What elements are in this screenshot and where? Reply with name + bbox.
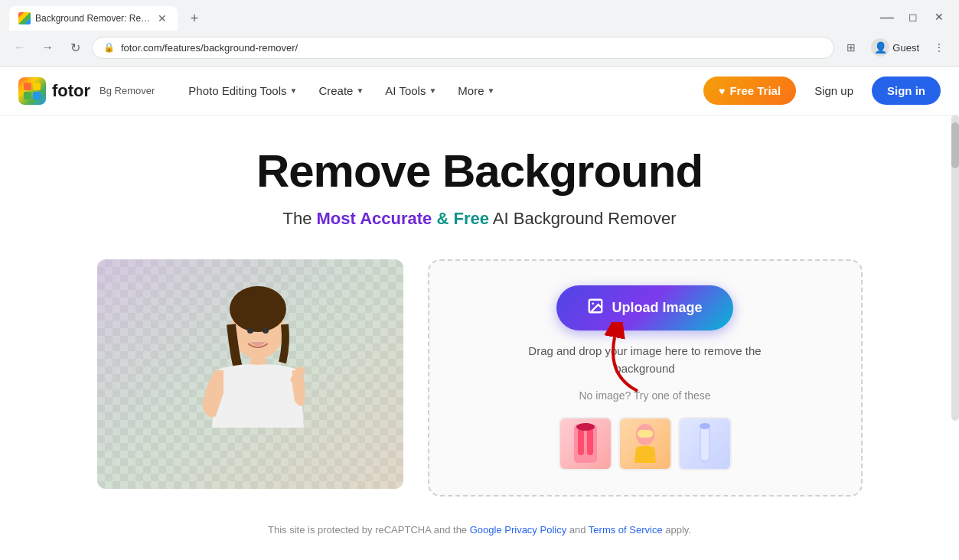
svg-rect-25: [701, 427, 709, 461]
free-trial-button[interactable]: ♥ Free Trial: [703, 77, 796, 105]
address-bar[interactable]: 🔒 fotor.com/features/background-remover/: [92, 37, 834, 59]
terms-of-service-link[interactable]: Terms of Service: [589, 524, 663, 536]
window-minimize-button[interactable]: —: [876, 6, 898, 28]
free-trial-label: Free Trial: [729, 84, 781, 97]
extensions-button[interactable]: ⊞: [840, 37, 862, 58]
svg-point-21: [576, 423, 595, 431]
navbar: fotor Bg Remover Photo Editing Tools ▼ C…: [0, 67, 959, 116]
window-close-button[interactable]: ✕: [928, 6, 950, 28]
nav-item-ai-tools[interactable]: AI Tools ▼: [376, 78, 445, 103]
subtitle-connector: &: [432, 209, 453, 228]
nav-item-label: More: [458, 84, 484, 97]
nav-item-label: Create: [318, 84, 353, 97]
subtitle-accent1: Most Accurate: [317, 209, 432, 228]
svg-point-26: [700, 423, 710, 429]
website-content: fotor Bg Remover Photo Editing Tools ▼ C…: [0, 67, 959, 560]
svg-rect-19: [578, 428, 584, 455]
tab-title: Background Remover: Remove B: [35, 13, 152, 24]
demo-bg: [97, 259, 403, 489]
sample-images: [559, 417, 732, 470]
footer-suffix: apply.: [663, 524, 691, 536]
upload-area[interactable]: Upload Image Drag and drop your image he…: [428, 259, 863, 497]
subtitle-prefix: The: [283, 209, 317, 228]
privacy-policy-link[interactable]: Google Privacy Policy: [470, 524, 566, 536]
nav-item-label: Photo Editing Tools: [188, 84, 286, 97]
nav-actions: ♥ Free Trial Sign up Sign in: [703, 77, 941, 105]
nav-item-label: AI Tools: [385, 84, 426, 97]
profile-name: Guest: [892, 42, 919, 54]
upload-button-label: Upload Image: [612, 300, 702, 316]
nav-chevron-icon: ▼: [290, 86, 298, 95]
forward-button[interactable]: →: [37, 37, 58, 58]
red-arrow-decoration: [592, 322, 653, 399]
content-area: Upload Image Drag and drop your image he…: [97, 259, 863, 497]
scrollbar-thumb[interactable]: [951, 122, 959, 168]
svg-point-17: [592, 302, 595, 304]
demo-bg-svg: [97, 259, 403, 489]
sample-image-3[interactable]: [678, 417, 732, 470]
footer-prefix: This site is protected by reCAPTCHA and …: [268, 524, 470, 536]
signin-button[interactable]: Sign in: [872, 77, 941, 105]
fotor-logo-icon: [18, 77, 46, 105]
nav-item-more[interactable]: More ▼: [449, 78, 504, 103]
svg-rect-23: [638, 430, 653, 438]
new-tab-button[interactable]: +: [184, 8, 205, 29]
subtitle-suffix: AI Background Remover: [489, 209, 677, 228]
svg-point-11: [230, 286, 286, 332]
window-maximize-button[interactable]: ◻: [902, 6, 924, 28]
hero-title: Remove Background: [15, 146, 944, 197]
sample-image-2[interactable]: [618, 417, 672, 470]
toolbar-right: ⊞ 👤 Guest ⋮: [840, 35, 950, 60]
nav-item-create[interactable]: Create ▼: [309, 78, 373, 103]
signup-button[interactable]: Sign up: [805, 78, 863, 103]
nav-chevron-icon: ▼: [356, 86, 364, 95]
nav-chevron-icon: ▼: [488, 86, 495, 95]
demo-image: [97, 259, 403, 489]
nav-chevron-icon: ▼: [429, 86, 436, 95]
scrollbar-track[interactable]: [951, 115, 959, 421]
browser-chrome: Background Remover: Remove B ✕ + — ◻ ✕ ←…: [0, 0, 959, 67]
main-content: Remove Background The Most Accurate & Fr…: [0, 116, 959, 560]
refresh-button[interactable]: ↻: [64, 37, 86, 58]
profile-button[interactable]: 👤 Guest: [865, 35, 925, 60]
browser-toolbar: ← → ↻ 🔒 fotor.com/features/background-re…: [0, 31, 959, 66]
back-button[interactable]: ←: [9, 37, 31, 58]
svg-rect-2: [24, 92, 31, 99]
nav-item-photo-editing[interactable]: Photo Editing Tools ▼: [179, 78, 306, 103]
svg-rect-20: [587, 428, 593, 455]
profile-icon: 👤: [871, 38, 889, 57]
browser-titlebar: Background Remover: Remove B ✕ + — ◻ ✕: [0, 0, 959, 31]
svg-rect-3: [33, 92, 41, 99]
svg-rect-0: [24, 83, 31, 90]
footer-text: This site is protected by reCAPTCHA and …: [15, 512, 944, 548]
tab-favicon: [18, 12, 31, 24]
hero-subtitle: The Most Accurate & Free AI Background R…: [15, 209, 944, 229]
footer-middle: and: [566, 524, 589, 536]
menu-button[interactable]: ⋮: [928, 37, 950, 58]
tab-close-button[interactable]: ✕: [156, 12, 168, 24]
url-text: fotor.com/features/background-remover/: [121, 42, 823, 54]
logo-area[interactable]: fotor Bg Remover: [18, 77, 155, 105]
heart-icon: ♥: [719, 85, 725, 97]
ssl-lock-icon: 🔒: [103, 42, 115, 53]
svg-rect-1: [33, 83, 41, 90]
sample-image-1[interactable]: [559, 417, 612, 470]
nav-menu: Photo Editing Tools ▼ Create ▼ AI Tools …: [179, 78, 703, 103]
logo-badge: Bg Remover: [99, 85, 155, 96]
upload-icon: [587, 298, 604, 318]
browser-tab[interactable]: Background Remover: Remove B ✕: [9, 6, 178, 31]
svg-point-13: [247, 327, 253, 334]
logo-text: fotor: [52, 81, 90, 101]
subtitle-accent2: Free: [453, 209, 488, 228]
svg-point-14: [263, 327, 269, 334]
